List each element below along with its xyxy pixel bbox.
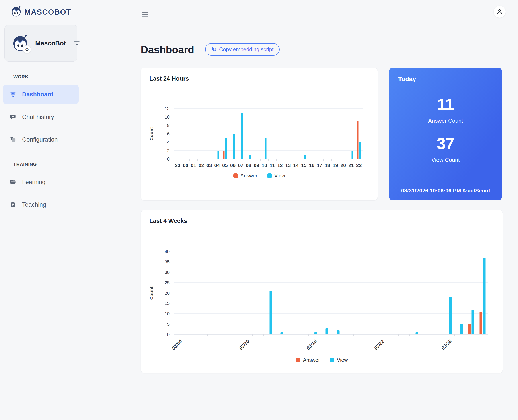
last-4-weeks-card: Last 4 Weeks Count 051015202530354003/04… [141, 210, 503, 373]
last-24-hours-card: Last 24 Hours Count 02468101223000102030… [141, 68, 378, 201]
y-tick-label: 30 [165, 270, 170, 275]
copy-button-label: Copy embedding script [219, 46, 273, 52]
y-tick-label: 10 [165, 114, 170, 120]
bar-view-07 [241, 113, 243, 159]
y-tick-label: 12 [165, 106, 170, 111]
sidebar-item-dashboard[interactable]: Dashboard [3, 85, 79, 104]
sidebar-item-learning[interactable]: Learning [3, 172, 79, 192]
legend-item-answer[interactable]: Answer [233, 173, 257, 179]
user-icon [496, 8, 503, 16]
bar-view-03-30 [472, 310, 474, 335]
answer-count-label: Answer Count [428, 118, 463, 124]
bar-view-06 [233, 134, 235, 159]
x-tick-label: 14 [293, 163, 299, 168]
sidebar-item-label: Configuration [22, 136, 58, 143]
chart-plot-area: Count 051015202530354003/0403/1003/1603/… [174, 251, 488, 335]
x-tick-label: 02 [199, 163, 204, 168]
legend-label: View [274, 173, 285, 179]
bot-selector-card[interactable]: ⚙ MascoBot [4, 25, 77, 62]
page-header: Dashboard Copy embedding script [141, 43, 503, 56]
x-tick-label: 03/10 [238, 338, 251, 351]
legend-swatch [330, 358, 334, 362]
chart-legend: AnswerView [149, 357, 494, 363]
today-card: Today 11 Answer Count 37 View Count 03/3… [389, 68, 502, 201]
bar-view-10 [265, 138, 267, 159]
sidebar-item-label: Chat history [22, 114, 54, 120]
y-tick-label: 4 [167, 140, 170, 145]
bar-view-15 [304, 155, 306, 159]
y-tick-label: 0 [167, 156, 170, 162]
x-tick-label: 03/04 [171, 338, 183, 351]
bar-answer-03-31 [480, 312, 482, 335]
x-tick-label: 20 [340, 163, 346, 168]
x-tick-label: 07 [238, 163, 243, 168]
legend-item-answer[interactable]: Answer [296, 357, 320, 363]
y-axis-title: Count [149, 286, 154, 300]
y-tick-label: 0 [167, 332, 170, 337]
x-tick-label: 21 [348, 163, 354, 168]
main-content: Dashboard Copy embedding script Last 24 … [82, 0, 518, 420]
legend-swatch [233, 173, 238, 178]
hamburger-menu-button[interactable] [141, 10, 150, 21]
y-tick-label: 15 [165, 300, 170, 306]
last-4-weeks-chart: Count 051015202530354003/0403/1003/1603/… [149, 251, 494, 363]
bot-filter-button[interactable] [72, 38, 82, 48]
mascobot-logo-icon [10, 6, 22, 18]
sidebar-section-work: WORK [13, 74, 82, 79]
copy-icon [211, 46, 217, 53]
bar-view-03-16 [314, 332, 317, 335]
x-tick-label: 15 [301, 163, 306, 168]
sidebar-item-configuration[interactable]: Configuration [3, 130, 79, 149]
sidebar-item-teaching[interactable]: Teaching [3, 195, 79, 214]
y-axis-title: Count [149, 127, 154, 140]
gear-icon[interactable]: ⚙ [23, 45, 31, 53]
x-tick-label: 03/28 [440, 338, 453, 351]
x-tick-label: 16 [309, 163, 314, 168]
bar-view-03-31 [483, 258, 485, 335]
x-tick-label: 19 [333, 163, 338, 168]
sidebar-item-label: Teaching [22, 201, 46, 208]
legend-item-view[interactable]: View [267, 173, 285, 179]
x-tick-label: 08 [246, 163, 251, 168]
sidebar-item-label: Dashboard [22, 91, 53, 98]
legend-label: Answer [303, 357, 320, 363]
legend-item-view[interactable]: View [330, 357, 348, 363]
bar-view-03-13 [281, 332, 283, 335]
y-tick-label: 35 [165, 259, 170, 264]
x-tick-label: 23 [175, 163, 180, 168]
sidebar-item-chat-history[interactable]: Chat history [3, 107, 79, 127]
x-tick-label: 03/16 [306, 338, 318, 351]
x-tick-label: 17 [317, 163, 322, 168]
legend-label: View [337, 357, 348, 363]
clipboard-icon [10, 202, 16, 208]
presentation-chart-icon [10, 91, 16, 98]
hamburger-icon [142, 16, 149, 19]
legend-swatch [267, 173, 272, 178]
bar-view-03-18 [337, 330, 339, 335]
view-count-value: 37 [437, 135, 454, 151]
copy-embedding-script-button[interactable]: Copy embedding script [205, 43, 280, 56]
bar-view-21 [351, 151, 353, 159]
chart-title: Last 4 Weeks [149, 218, 494, 225]
y-tick-label: 10 [165, 311, 170, 316]
y-tick-label: 40 [165, 249, 170, 254]
chart-plot-area: Count 0246810122300010203040506070809101… [174, 109, 363, 159]
x-tick-label: 12 [278, 163, 283, 168]
x-tick-label: 06 [230, 163, 235, 168]
x-tick-label: 18 [325, 163, 330, 168]
sidebar-item-label: Learning [22, 179, 45, 186]
user-avatar-button[interactable] [494, 6, 506, 18]
page-title: Dashboard [141, 43, 194, 56]
sidebar-section-training: TRAINING [13, 162, 82, 167]
bar-view-03-25 [415, 332, 418, 335]
bar-view-05 [225, 138, 227, 159]
bar-answer-03-30 [468, 324, 471, 335]
view-count-label: View Count [431, 157, 459, 163]
y-tick-label: 20 [165, 290, 170, 296]
sidebar-nav-work: Dashboard Chat history [0, 85, 82, 149]
x-tick-label: 13 [285, 163, 291, 168]
x-tick-label: 09 [254, 163, 259, 168]
bar-answer-05 [223, 151, 225, 159]
x-tick-label: 10 [262, 163, 267, 168]
y-tick-label: 6 [167, 131, 170, 136]
